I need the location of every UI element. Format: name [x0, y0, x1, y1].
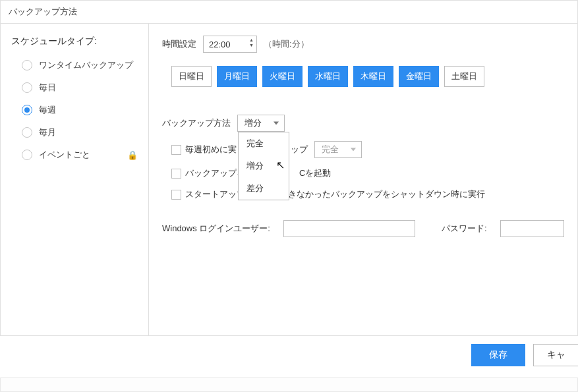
radio-icon	[22, 105, 32, 115]
spinner-arrows-icon: ▲▼	[249, 38, 254, 47]
weekly-first-checkbox[interactable]	[171, 145, 181, 155]
shutdown-run-row: スタートアップ時に実行できなかったバックアップをシャットダウン時に実行	[171, 188, 564, 200]
wake-text-after: Cを起動	[299, 167, 331, 179]
schedule-option-daily[interactable]: 毎日	[11, 76, 138, 99]
method-option-full[interactable]: 完全	[239, 132, 289, 155]
save-button[interactable]: 保存	[471, 344, 525, 366]
schedule-option-event[interactable]: イベントごと 🔒	[11, 144, 138, 166]
dialog-footer: 保存 キャ	[0, 340, 578, 370]
time-spinner[interactable]: 22:00 ▲▼	[203, 36, 257, 53]
method-dropdown-list: 完全 増分 ↖ 差分	[238, 132, 289, 200]
lock-icon: 🔒	[127, 150, 138, 160]
radio-icon	[22, 82, 32, 93]
radio-label: ワンタイムバックアップ	[39, 59, 133, 71]
weekly-first-text-before: 毎週初めに実	[185, 144, 237, 155]
day-sunday[interactable]: 日曜日	[171, 66, 212, 87]
day-tuesday[interactable]: 火曜日	[262, 66, 303, 87]
bottom-strip	[0, 378, 578, 392]
method-select[interactable]: 増分 完全 増分 ↖ 差分	[237, 115, 285, 132]
main-panel: 時間設定 22:00 ▲▼ （時間:分） 日曜日 月曜日 火曜日 水曜日 木曜日…	[149, 24, 577, 335]
day-friday[interactable]: 金曜日	[399, 66, 439, 87]
schedule-option-onetime[interactable]: ワンタイムバックアップ	[11, 54, 138, 76]
chevron-down-icon	[274, 122, 279, 125]
wake-text-before: バックアップを	[185, 167, 245, 179]
radio-icon	[22, 150, 32, 160]
radio-icon	[22, 60, 32, 70]
password-label: パスワード:	[442, 223, 487, 235]
username-input[interactable]	[283, 220, 415, 237]
weekly-first-select[interactable]: 完全	[314, 141, 362, 158]
radio-label: イベントごと	[39, 149, 90, 161]
credentials-row: Windows ログインユーザー: パスワード:	[162, 220, 564, 237]
method-label: バックアップ方法	[162, 117, 231, 129]
cursor-icon: ↖	[276, 159, 285, 171]
dialog-body: スケジュールタイプ: ワンタイムバックアップ 毎日 毎週 毎月	[1, 24, 577, 335]
shutdown-run-text: スタートアップ時に実行できなかったバックアップをシャットダウン時に実行	[185, 188, 485, 200]
sidebar: スケジュールタイプ: ワンタイムバックアップ 毎日 毎週 毎月	[1, 24, 149, 335]
radio-label: 毎週	[39, 104, 56, 116]
chevron-down-icon	[351, 148, 356, 152]
method-value: 増分	[245, 117, 262, 129]
wake-pc-row: バックアップを Cを起動	[171, 167, 564, 179]
dialog-title: バックアップ方法	[1, 1, 577, 24]
method-option-differential[interactable]: 差分	[239, 177, 289, 200]
day-wednesday[interactable]: 水曜日	[308, 66, 348, 87]
time-hint: （時間:分）	[264, 38, 309, 50]
partial-text	[1, 381, 7, 390]
radio-label: 毎日	[39, 82, 56, 94]
time-row: 時間設定 22:00 ▲▼ （時間:分）	[162, 36, 564, 53]
weekly-first-row: 毎週初めに実 ップ 完全	[171, 141, 564, 158]
password-input[interactable]	[500, 220, 564, 237]
wake-pc-checkbox[interactable]	[171, 169, 181, 179]
weekly-first-text-after: ップ	[291, 144, 308, 155]
day-thursday[interactable]: 木曜日	[353, 66, 393, 87]
day-selector: 日曜日 月曜日 火曜日 水曜日 木曜日 金曜日 土曜日	[171, 66, 564, 87]
method-option-incremental[interactable]: 増分 ↖	[239, 155, 289, 177]
username-label: Windows ログインユーザー:	[162, 223, 270, 235]
radio-icon	[22, 127, 32, 138]
cancel-button[interactable]: キャ	[533, 344, 578, 366]
day-saturday[interactable]: 土曜日	[444, 66, 484, 87]
weekly-first-value: 完全	[322, 144, 339, 155]
schedule-option-monthly[interactable]: 毎月	[11, 121, 138, 144]
backup-method-dialog: バックアップ方法 スケジュールタイプ: ワンタイムバックアップ 毎日 毎週 毎月	[0, 0, 578, 336]
time-value: 22:00	[209, 40, 231, 49]
shutdown-run-checkbox[interactable]	[171, 190, 181, 200]
radio-label: 毎月	[39, 126, 56, 138]
day-monday[interactable]: 月曜日	[217, 66, 257, 87]
time-label: 時間設定	[162, 38, 196, 50]
schedule-option-weekly[interactable]: 毎週	[11, 99, 138, 121]
schedule-type-heading: スケジュールタイプ:	[11, 36, 138, 47]
method-row: バックアップ方法 増分 完全 増分 ↖ 差分	[162, 115, 564, 132]
